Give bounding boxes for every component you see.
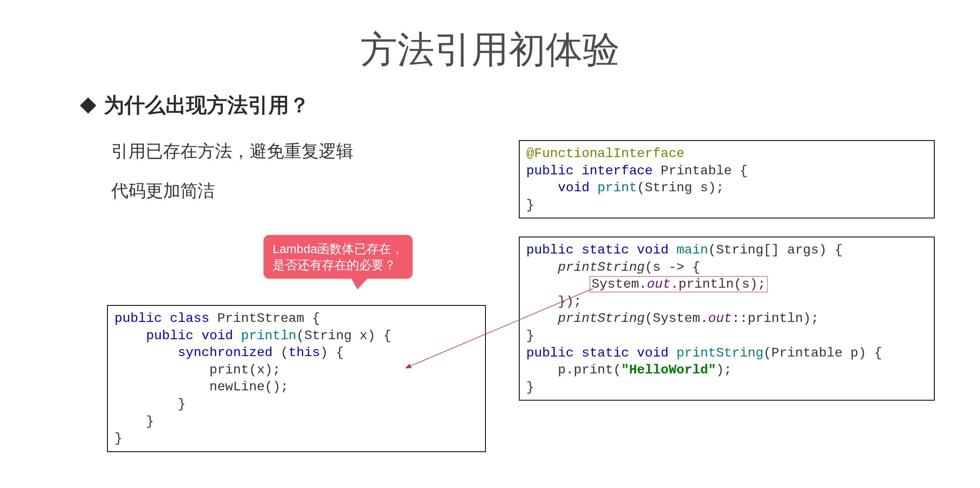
out-field: out — [708, 311, 732, 326]
class-name: PrintStream { — [217, 311, 320, 326]
method-params: (String[] args) { — [708, 242, 842, 258]
code-line: p.print( — [526, 362, 621, 378]
code-line: } — [114, 396, 186, 412]
kw-this: this — [288, 345, 320, 360]
code-line: } — [526, 328, 534, 343]
kw-static: static — [581, 242, 629, 258]
kw-synchronized: synchronized — [178, 345, 273, 360]
interface-name: Printable { — [660, 163, 747, 178]
callout-bubble: Lambda函数体已存在， 是否还有存在的必要？ — [264, 235, 413, 279]
kw-public: public — [114, 311, 162, 326]
string-literal: "HelloWorld" — [621, 362, 716, 378]
paren-close: ) { — [320, 345, 344, 360]
kw-interface: interface — [581, 163, 653, 178]
sys: System. — [592, 277, 647, 292]
lambda-arrow: (s -> { — [645, 260, 700, 275]
kw-void: void — [201, 328, 233, 343]
kw-public: public — [526, 345, 574, 361]
out-field: out — [647, 277, 671, 292]
kw-void: void — [558, 180, 590, 195]
heading-row: 为什么出现方法引用？ — [82, 92, 939, 119]
println-call: .println(s); — [671, 277, 765, 292]
code-box-interface: @FunctionalInterface public interface Pr… — [519, 140, 935, 218]
code-line: } — [114, 431, 122, 446]
method-params: (Printable p) { — [763, 345, 882, 361]
method-println: println — [241, 328, 296, 343]
call-printstring: printString — [558, 260, 645, 275]
code-box-main: public static void main(String[] args) {… — [519, 237, 935, 401]
slide-title: 方法引用初体验 — [41, 25, 939, 75]
method-ref: ::println); — [732, 311, 819, 326]
kw-public: public — [526, 163, 574, 178]
code-box-printstream: public class PrintStream { public void p… — [107, 305, 486, 452]
kw-void: void — [637, 345, 669, 361]
sys: (System. — [645, 311, 708, 326]
code-line: } — [526, 380, 534, 395]
kw-public: public — [526, 242, 574, 258]
method-print: print — [597, 180, 637, 195]
method-printstring: printString — [677, 345, 763, 361]
kw-static: static — [581, 345, 629, 361]
callout-line-1: Lambda函数体已存在， — [273, 241, 404, 257]
paren-open: ( — [280, 345, 288, 360]
method-params: (String s); — [637, 180, 724, 195]
code-line: }); — [526, 294, 581, 309]
kw-public: public — [146, 328, 194, 343]
highlighted-expression: System.out.println(s); — [590, 276, 768, 292]
diamond-icon — [80, 97, 96, 114]
annotation: @FunctionalInterface — [526, 146, 684, 161]
kw-class: class — [170, 311, 209, 326]
code-line: newLine(); — [114, 379, 288, 394]
call-printstring: printString — [558, 311, 645, 326]
method-params: (String x) { — [296, 328, 391, 343]
slide: 方法引用初体验 为什么出现方法引用？ 引用已存在方法，避免重复逻辑 代码更加简洁… — [0, 0, 980, 488]
code-line: } — [526, 197, 534, 213]
heading-text: 为什么出现方法引用？ — [104, 92, 310, 119]
kw-void: void — [637, 242, 669, 258]
method-main: main — [677, 242, 708, 258]
callout-line-2: 是否还有存在的必要？ — [273, 257, 404, 273]
code-line: } — [114, 414, 154, 429]
code-line: ); — [716, 362, 732, 378]
code-line: print(x); — [114, 362, 280, 378]
